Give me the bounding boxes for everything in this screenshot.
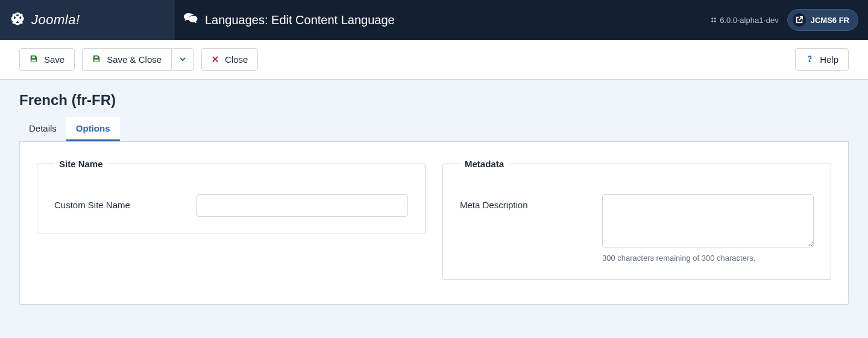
help-button[interactable]: Help: [795, 48, 849, 71]
help-label: Help: [820, 54, 838, 65]
site-name: JCMS6 FR: [811, 16, 849, 25]
label-meta-description: Meta Description: [460, 194, 593, 210]
svg-point-4: [809, 61, 810, 62]
tab-details[interactable]: Details: [19, 117, 66, 141]
help-icon: [805, 54, 814, 65]
legend-site-name: Site Name: [54, 159, 108, 169]
page-title-area: Languages: Edit Content Language: [175, 0, 710, 40]
legend-metadata: Metadata: [460, 159, 509, 169]
field-custom-site-name: Custom Site Name: [54, 194, 408, 217]
fieldset-site-name: Site Name Custom Site Name: [37, 159, 426, 234]
fieldset-metadata: Metadata Meta Description 300 characters…: [442, 159, 831, 280]
joomla-mini-icon: [710, 16, 717, 24]
save-close-dropdown[interactable]: [171, 48, 194, 71]
tab-bar: Details Options: [19, 117, 849, 142]
svg-point-3: [714, 21, 716, 22]
textarea-meta-description[interactable]: [602, 194, 814, 247]
external-link-icon: [793, 13, 806, 27]
svg-point-0: [711, 18, 713, 19]
close-icon: [212, 54, 219, 65]
input-custom-site-name[interactable]: [197, 194, 408, 217]
save-label: Save: [44, 54, 64, 65]
label-custom-site-name: Custom Site Name: [54, 194, 187, 210]
site-link[interactable]: JCMS6 FR: [787, 9, 858, 31]
save-button[interactable]: Save: [19, 48, 75, 71]
brand-area: Joomla!: [0, 10, 175, 30]
header-right: 6.0.0-alpha1-dev JCMS6 FR: [710, 0, 868, 40]
save-close-button[interactable]: Save & Close: [82, 48, 171, 71]
save-close-group: Save & Close: [82, 48, 194, 71]
save-icon: [92, 54, 101, 65]
joomla-logo-icon: [10, 10, 27, 30]
chevron-down-icon: [179, 54, 186, 65]
page-title: Languages: Edit Content Language: [205, 13, 395, 27]
svg-point-2: [711, 21, 713, 22]
item-title: French (fr-FR): [19, 92, 849, 109]
col-metadata: Metadata Meta Description 300 characters…: [442, 159, 831, 280]
header: Joomla! Languages: Edit Content Language…: [0, 0, 868, 40]
version-badge: 6.0.0-alpha1-dev: [710, 16, 779, 25]
version-text: 6.0.0-alpha1-dev: [720, 16, 779, 25]
col-site-name: Site Name Custom Site Name: [37, 159, 426, 280]
content-area: French (fr-FR) Details Options Site Name…: [0, 80, 868, 324]
tab-options[interactable]: Options: [66, 117, 120, 141]
field-meta-description: Meta Description 300 characters remainin…: [460, 194, 814, 263]
options-panel: Site Name Custom Site Name Metadata Meta…: [19, 142, 849, 305]
comments-icon: [183, 12, 198, 28]
close-button[interactable]: Close: [201, 48, 258, 71]
close-label: Close: [225, 54, 248, 65]
svg-point-1: [714, 18, 716, 19]
save-icon: [30, 54, 38, 65]
brand-name: Joomla!: [31, 12, 80, 28]
toolbar: Save Save & Close Close Help: [0, 40, 868, 80]
meta-desc-counter: 300 characters remaining of 300 characte…: [602, 253, 814, 263]
save-close-label: Save & Close: [107, 54, 162, 65]
